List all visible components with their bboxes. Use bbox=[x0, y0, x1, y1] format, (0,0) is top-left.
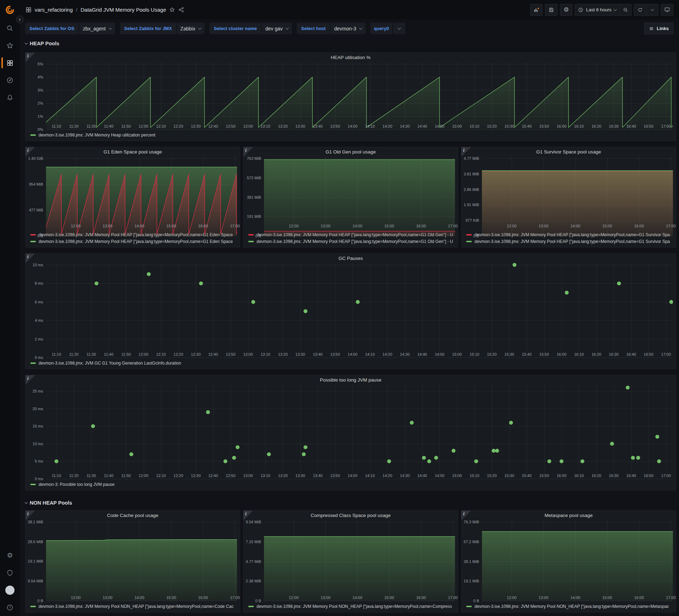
plot-row: 0 ms2 ms4 ms6 ms8 ms10 ms bbox=[25, 263, 676, 351]
links-button[interactable]: Links bbox=[644, 23, 673, 34]
variable-label[interactable]: query0 bbox=[370, 23, 393, 34]
panel-info-icon[interactable]: i bbox=[25, 53, 35, 62]
panel-title[interactable]: Compressed Class Space pool usage bbox=[243, 511, 458, 520]
x-axis-tick: 15:00 bbox=[384, 224, 394, 228]
svg-text:?: ? bbox=[9, 605, 11, 609]
panel-title[interactable]: G1 Survivor Space pool usage bbox=[461, 147, 676, 156]
variable-value-dropdown[interactable]: zbx_agent bbox=[79, 23, 115, 34]
y-axis-tick: 0 B bbox=[37, 234, 43, 238]
legend-item[interactable]: devmon-3.ise.1098.jmx: JVM Memory Pool H… bbox=[466, 238, 673, 245]
x-axis-tick: 13:00 bbox=[103, 595, 113, 600]
legend-swatch bbox=[466, 241, 472, 242]
panel-title[interactable]: GC Pauses bbox=[25, 254, 676, 263]
favorite-star-icon[interactable] bbox=[169, 7, 175, 13]
x-axis-tick: 15:10 bbox=[470, 352, 479, 356]
panel-g1-old-gen: i G1 Old Gen pool usage 0 B191 MiB381 Mi… bbox=[243, 147, 458, 248]
panel-info-icon[interactable]: i bbox=[25, 511, 35, 520]
time-range-picker[interactable]: Last 6 hours bbox=[575, 4, 619, 16]
panel-title[interactable]: Code Cache pool usage bbox=[25, 511, 240, 520]
panel-title[interactable]: Metaspace pool usage bbox=[461, 511, 676, 520]
x-axis-tick: 14:20 bbox=[382, 352, 392, 356]
panel-title[interactable]: Possible too long JVM pause bbox=[25, 375, 676, 384]
sidebar-expand-button[interactable]: › bbox=[16, 16, 24, 23]
legend-label: devmon-3.ise.1098.jmx: JVM Memory Pool N… bbox=[474, 604, 669, 609]
x-axis: 12:0013:0014:0015:0016:0017:00 bbox=[46, 224, 237, 230]
x-axis-tick: 17:00 bbox=[661, 124, 671, 128]
legend-item[interactable]: devmon-3.ise.1098.jmx: JVM GC G1 Young G… bbox=[30, 360, 673, 366]
legend-swatch bbox=[30, 484, 36, 485]
chevron-down-icon bbox=[359, 26, 362, 30]
variable-label[interactable]: Select host bbox=[297, 23, 330, 34]
x-axis-tick: 13:40 bbox=[313, 124, 323, 128]
legend-item[interactable]: devmon-3: Possible too long JVM pause bbox=[30, 481, 673, 488]
variable-value-dropdown[interactable]: dev gav bbox=[262, 23, 292, 34]
hamburger-icon bbox=[649, 26, 654, 31]
x-axis-tick: 14:30 bbox=[400, 124, 410, 128]
panel-info-icon[interactable]: i bbox=[25, 147, 35, 157]
sidebar-item-configuration[interactable]: ⚙ bbox=[0, 547, 20, 564]
chart-code-cache: 0 B9.54 MiB19.1 MiB28.6 MiB38.1 MiB12:00… bbox=[25, 520, 240, 612]
info-glyph: i bbox=[463, 147, 465, 153]
x-axis-tick: 12:00 bbox=[507, 224, 517, 228]
panel-info-icon[interactable]: i bbox=[461, 147, 471, 157]
panel-info-icon[interactable]: i bbox=[25, 254, 35, 263]
sidebar-item-alerting[interactable] bbox=[0, 89, 20, 106]
row-header-heap-pools[interactable]: HEAP Pools bbox=[25, 39, 676, 48]
variable-value: zbx_agent bbox=[83, 26, 106, 31]
dashboard-title[interactable]: DataGrid JVM Memory Pools Usage bbox=[81, 7, 166, 13]
variable-value-dropdown[interactable]: devmon-3 bbox=[330, 23, 365, 34]
variable-value-dropdown[interactable]: Zabbix bbox=[177, 23, 205, 34]
refresh-button[interactable] bbox=[634, 4, 646, 16]
panel-info-icon[interactable]: i bbox=[243, 511, 253, 520]
panel-info-icon[interactable]: i bbox=[25, 375, 35, 385]
panel-title[interactable]: HEAP utilisation % bbox=[25, 53, 676, 62]
chart-metaspace: 0 B19.1 MiB38.1 MiB57.2 MiB76.3 MiB12:00… bbox=[461, 520, 676, 612]
refresh-interval-dropdown[interactable] bbox=[646, 4, 658, 16]
y-axis: 0 B977 KiB1.91 MiB2.86 MiB3.81 MiB4.77 M… bbox=[461, 156, 482, 223]
panel-info-icon[interactable]: i bbox=[243, 147, 253, 157]
sidebar-item-profile[interactable] bbox=[0, 581, 20, 599]
x-axis-tick: 17:00 bbox=[230, 595, 240, 600]
legend-item[interactable]: devmon-3.ise.1098.jmx: JVM Memory Heap u… bbox=[30, 132, 673, 138]
variable-label[interactable]: Select cluster name bbox=[209, 23, 261, 34]
legend-item[interactable]: devmon-3.ise.1098.jmx: JVM Memory Pool H… bbox=[248, 238, 455, 245]
breadcrumb-folder[interactable]: vars_refactoring bbox=[35, 7, 73, 13]
legend-item[interactable]: devmon-3.ise.1098.jmx: JVM Memory Pool N… bbox=[248, 603, 455, 610]
y-axis-tick: 57.2 MiB bbox=[464, 540, 479, 544]
variable-value-dropdown[interactable] bbox=[393, 23, 405, 34]
sidebar-item-starred[interactable] bbox=[0, 37, 20, 54]
sidebar-item-explore[interactable] bbox=[0, 71, 20, 89]
legend: devmon-3.ise.1098.jmx: JVM GC G1 Young G… bbox=[30, 360, 673, 366]
legend-label: devmon-3.ise.1098.jmx: JVM Memory Pool N… bbox=[257, 604, 452, 609]
panel-title[interactable]: G1 Eden Space pool usage bbox=[25, 147, 240, 156]
sidebar-item-dashboards[interactable] bbox=[0, 54, 20, 71]
save-dashboard-button[interactable] bbox=[545, 4, 557, 16]
sidebar-item-help[interactable]: ? bbox=[0, 599, 20, 616]
share-icon[interactable] bbox=[178, 7, 184, 13]
user-avatar bbox=[5, 586, 15, 595]
gear-icon: ⚙ bbox=[7, 551, 13, 559]
chevron-down-icon bbox=[397, 26, 401, 30]
dashboard-settings-button[interactable]: ⚙ bbox=[560, 4, 572, 16]
variable-label[interactable]: Select Zabbix for OS bbox=[25, 23, 79, 34]
kiosk-mode-button[interactable] bbox=[661, 4, 673, 16]
compass-icon bbox=[6, 76, 14, 84]
sidebar-item-server-admin[interactable] bbox=[0, 564, 20, 581]
x-axis-tick: 16:00 bbox=[198, 224, 208, 228]
legend-item[interactable]: devmon-3.ise.1098.jmx: JVM Memory Pool N… bbox=[30, 603, 237, 610]
x-axis-tick: 16:10 bbox=[574, 473, 584, 478]
plot-area bbox=[46, 384, 673, 472]
chevron-down-icon bbox=[108, 26, 112, 30]
add-panel-button[interactable] bbox=[530, 4, 542, 16]
y-axis-tick: 19.1 MiB bbox=[28, 559, 43, 563]
legend-item[interactable]: devmon-3.ise.1098.jmx: JVM Memory Pool H… bbox=[30, 238, 237, 245]
variable-label[interactable]: Select Zabbix for JMX bbox=[120, 23, 176, 34]
apps-grid-icon bbox=[25, 7, 31, 13]
panel-info-icon[interactable]: i bbox=[461, 511, 471, 520]
panel-title[interactable]: G1 Old Gen pool usage bbox=[243, 147, 458, 156]
row-header-non-heap-pools[interactable]: NON HEAP Pools bbox=[25, 499, 676, 507]
x-axis-tick: 15:50 bbox=[539, 352, 549, 356]
zoom-out-button[interactable] bbox=[619, 4, 631, 16]
legend-item[interactable]: devmon-3.ise.1098.jmx: JVM Memory Pool N… bbox=[466, 603, 673, 610]
y-axis-tick: 9.54 MiB bbox=[28, 579, 43, 583]
